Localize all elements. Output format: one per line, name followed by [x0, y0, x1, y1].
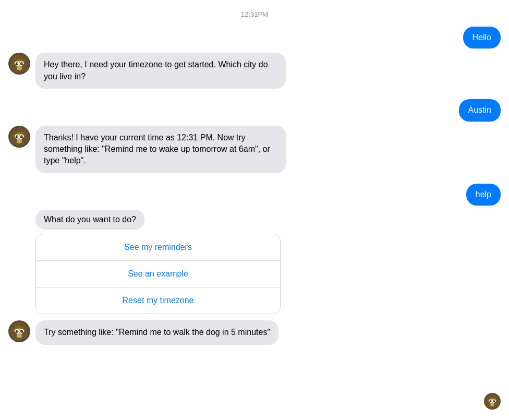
svg-point-5 — [16, 63, 18, 65]
svg-point-33 — [16, 330, 18, 332]
svg-point-8 — [22, 63, 23, 64]
svg-point-41 — [22, 332, 27, 339]
timestamp: 12:31PM — [8, 10, 501, 18]
svg-point-26 — [13, 137, 17, 143]
owl-icon-3 — [10, 322, 29, 341]
svg-point-22 — [22, 136, 23, 137]
svg-point-12 — [13, 64, 17, 71]
svg-point-6 — [20, 63, 23, 65]
message-row-timezone: Hey there, I need your timezone to get s… — [8, 53, 501, 89]
quick-reply-buttons: See my reminders See an example Reset my… — [35, 234, 281, 314]
user-bubble-help: help — [466, 184, 501, 206]
svg-point-27 — [22, 137, 27, 143]
message-row-thanks: Thanks! I have your current time as 12:3… — [8, 126, 501, 173]
bot-avatar-2 — [8, 126, 30, 148]
see-reminders-button[interactable]: See my reminders — [36, 234, 280, 261]
chat-container: 12:31PM Hello — [0, 0, 509, 420]
message-row-hello: Hello — [8, 27, 501, 49]
svg-point-36 — [22, 330, 23, 331]
message-row-austin: Austin — [8, 99, 501, 121]
bot-bubble-timezone: Hey there, I need your timezone to get s… — [35, 53, 286, 89]
svg-point-50 — [494, 401, 495, 401]
svg-point-19 — [16, 135, 18, 138]
bot-bubble-thanks: Thanks! I have your current time as 12:3… — [35, 126, 286, 173]
user-bubble-hello: Hello — [463, 27, 501, 49]
svg-point-55 — [494, 402, 498, 407]
see-example-button[interactable]: See an example — [36, 261, 280, 287]
svg-point-47 — [489, 400, 491, 402]
user-bubble-austin: Austin — [459, 99, 501, 121]
svg-point-34 — [20, 330, 23, 332]
bot-avatar-1 — [8, 53, 30, 75]
quick-reply-label: What do you want to do? — [35, 210, 144, 230]
svg-point-20 — [20, 135, 23, 138]
message-row-help: help — [8, 184, 501, 206]
message-row-final: Try something like: "Remind me to walk t… — [8, 320, 501, 344]
svg-point-54 — [487, 402, 491, 407]
svg-point-13 — [22, 64, 27, 71]
svg-point-35 — [17, 330, 18, 331]
svg-point-48 — [493, 400, 495, 402]
owl-icon-small — [485, 394, 500, 409]
bot-bubble-final: Try something like: "Remind me to walk t… — [35, 320, 278, 344]
bot-avatar-small — [484, 393, 501, 410]
quick-reply-section: What do you want to do? See my reminders… — [35, 210, 501, 314]
svg-point-49 — [491, 401, 491, 401]
owl-icon — [10, 54, 29, 73]
bot-avatar-3 — [8, 320, 30, 342]
svg-point-21 — [17, 136, 18, 137]
svg-point-7 — [17, 63, 18, 64]
owl-icon-2 — [10, 127, 29, 146]
svg-point-40 — [13, 332, 17, 339]
reset-timezone-button[interactable]: Reset my timezone — [36, 287, 280, 314]
